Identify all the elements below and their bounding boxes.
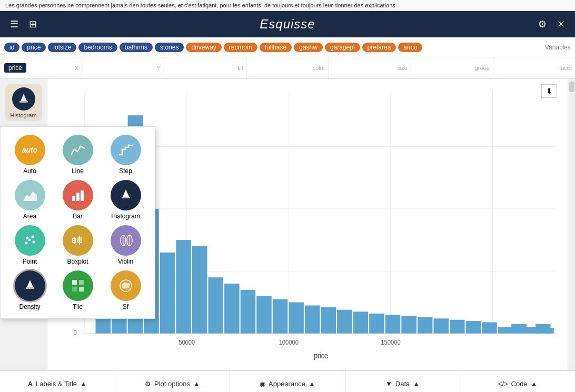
- chart-type-histogram[interactable]: Histogram: [104, 180, 147, 220]
- chart-type-line[interactable]: Line: [56, 135, 99, 175]
- tab-code[interactable]: </> Code ▲: [460, 371, 575, 392]
- tag-bedrooms[interactable]: bedrooms: [78, 43, 117, 52]
- vertical-scrollbar[interactable]: [568, 79, 575, 370]
- grid-icon[interactable]: ⊞: [27, 16, 39, 32]
- svg-rect-70: [79, 280, 84, 285]
- svg-marker-67: [27, 280, 33, 287]
- menu-icon[interactable]: ☰: [8, 16, 21, 32]
- boxplot-icon: [63, 225, 93, 256]
- line-icon: [63, 135, 93, 165]
- svg-rect-21: [256, 296, 272, 334]
- tab-plot-options[interactable]: ⚙ Plot options ▲: [115, 371, 231, 392]
- close-icon[interactable]: ✕: [555, 16, 567, 32]
- mapping-group-cell[interactable]: group: [411, 57, 493, 78]
- mapping-fill-cell[interactable]: fill: [164, 57, 246, 78]
- svg-rect-36: [498, 327, 513, 334]
- chart-type-tile[interactable]: Tile: [56, 270, 99, 310]
- tag-id[interactable]: id: [4, 43, 19, 52]
- tab-appearance[interactable]: ◉ Appearance ▲: [230, 371, 345, 392]
- svg-text:100000: 100000: [279, 338, 299, 346]
- chart-type-auto[interactable]: auto Auto: [8, 135, 51, 175]
- chart-type-violin[interactable]: Violin: [104, 225, 147, 265]
- tag-bathrms[interactable]: bathrms: [120, 43, 153, 52]
- svg-rect-30: [401, 316, 417, 334]
- svg-point-55: [32, 241, 35, 244]
- mapping-y-cell[interactable]: Y: [82, 57, 164, 78]
- chart-type-point[interactable]: Point: [8, 225, 51, 265]
- tag-driveway[interactable]: driveway: [186, 43, 221, 52]
- svg-marker-46: [23, 192, 37, 201]
- sidebar-histogram[interactable]: Histogram: [5, 84, 42, 121]
- chart-type-sf[interactable]: Sf: [104, 270, 147, 310]
- data-arrow: ▲: [413, 380, 420, 388]
- svg-text:0: 0: [74, 329, 77, 337]
- mapping-size-cell[interactable]: size: [329, 57, 411, 78]
- appearance-icon: ◉: [260, 380, 265, 388]
- plot-options-arrow: ▲: [193, 380, 200, 388]
- header-right-icons: ⚙ ✕: [536, 16, 567, 32]
- code-arrow: ▲: [531, 380, 538, 388]
- svg-rect-26: [337, 310, 352, 334]
- svg-rect-37: [511, 324, 527, 334]
- mapping-facet-cell[interactable]: facet: [493, 57, 575, 78]
- svg-rect-68: [26, 287, 34, 289]
- tag-stories[interactable]: stories: [155, 43, 184, 52]
- variables-label: Variables: [545, 44, 571, 51]
- tile-label: Tile: [73, 303, 83, 310]
- settings-icon[interactable]: ⚙: [536, 16, 549, 32]
- histogram-icon: [12, 87, 35, 110]
- mapping-size-label: size: [397, 65, 408, 71]
- chart-type-boxplot[interactable]: Boxplot: [56, 225, 99, 265]
- area-icon: [15, 180, 45, 210]
- svg-text:price: price: [314, 351, 328, 360]
- mapping-row: price X Y fill color size group facet: [0, 57, 575, 79]
- point-label: Point: [23, 258, 37, 265]
- svg-rect-22: [273, 299, 288, 334]
- tag-prefarea[interactable]: prefarea: [362, 43, 396, 52]
- tab-labels[interactable]: A Labels & Title ▲: [0, 371, 115, 392]
- tab-data[interactable]: ▼ Data ▲: [345, 371, 461, 392]
- tag-recroom[interactable]: recroom: [224, 43, 257, 52]
- data-icon: ▼: [385, 380, 392, 388]
- histogram-chart-icon: [111, 180, 141, 210]
- svg-rect-24: [305, 305, 320, 333]
- svg-marker-50: [123, 189, 129, 197]
- tag-garagepl[interactable]: garagepl: [325, 43, 360, 52]
- tag-lotsize[interactable]: lotsize: [48, 43, 76, 52]
- mapping-group-label: group: [475, 65, 490, 71]
- mapping-color-cell[interactable]: color: [246, 57, 329, 78]
- svg-text:150000: 150000: [381, 338, 401, 346]
- tag-fullbase[interactable]: fullbase: [260, 43, 292, 52]
- mapping-fill-label: fill: [237, 65, 243, 71]
- tag-price[interactable]: price: [22, 43, 46, 52]
- svg-rect-29: [385, 315, 401, 334]
- svg-rect-1: [19, 101, 28, 103]
- svg-rect-71: [72, 287, 77, 292]
- bar-label: Bar: [73, 213, 83, 220]
- chart-type-step[interactable]: Step: [104, 135, 147, 175]
- mapping-x-cell[interactable]: price X: [0, 57, 82, 78]
- svg-rect-51: [122, 197, 130, 198]
- code-label: Code: [511, 380, 528, 388]
- mapping-facet-label: facet: [559, 65, 572, 71]
- variables-row: id price lotsize bedrooms bathrms storie…: [0, 37, 575, 57]
- svg-rect-35: [482, 322, 497, 333]
- chart-type-bar[interactable]: Bar: [56, 180, 99, 220]
- tile-icon: [63, 270, 93, 301]
- appearance-arrow: ▲: [309, 380, 315, 388]
- chart-type-density[interactable]: Density ☞: [8, 270, 51, 310]
- sidebar-label: Histogram: [10, 112, 36, 118]
- svg-rect-48: [76, 193, 80, 201]
- top-banner: Les grandes personnes ne comprennent jam…: [0, 0, 575, 11]
- download-button[interactable]: ⬇: [541, 84, 557, 98]
- svg-rect-34: [466, 321, 481, 334]
- svg-rect-17: [192, 246, 207, 334]
- tag-gashw[interactable]: gashw: [294, 43, 323, 52]
- svg-point-54: [31, 236, 34, 238]
- svg-rect-69: [72, 280, 77, 285]
- svg-text:50000: 50000: [179, 338, 195, 346]
- tag-airco[interactable]: airco: [398, 43, 422, 52]
- bar-icon: [63, 180, 93, 210]
- area-label: Area: [23, 213, 36, 220]
- chart-type-area[interactable]: Area: [8, 180, 51, 220]
